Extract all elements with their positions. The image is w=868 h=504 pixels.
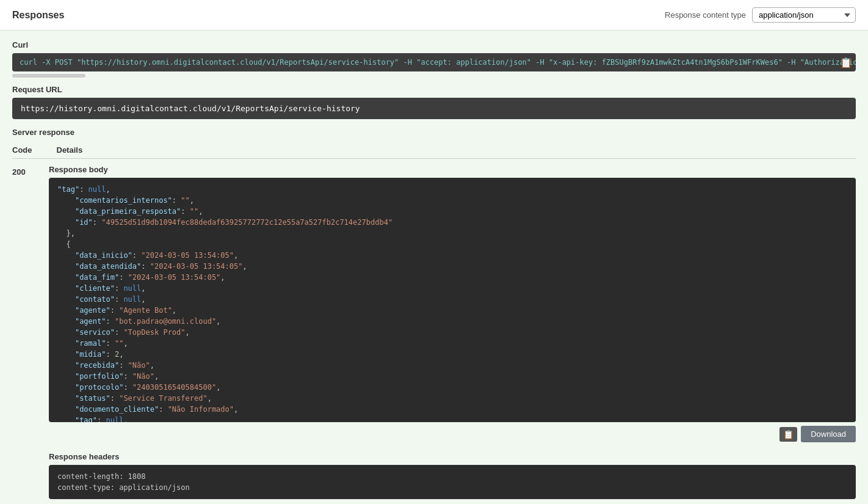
download-button[interactable]: Download	[801, 426, 856, 442]
main-content: Curl curl -X POST "https://history.omni.…	[0, 31, 868, 504]
request-url-label: Request URL	[12, 85, 856, 94]
page-header: Responses Response content type applicat…	[0, 0, 868, 31]
response-content-type-select[interactable]: application/json text/plain application/…	[752, 7, 856, 23]
curl-section-label: Curl	[12, 40, 856, 49]
server-response-label: Server response	[12, 128, 856, 137]
response-body-content: "tag": null, "comentarios_internos": "",…	[57, 184, 847, 422]
response-headers-box: content-length: 1808 content-type: appli…	[49, 465, 856, 499]
response-headers-label: Response headers	[49, 452, 856, 461]
response-body-label: Response body	[49, 165, 856, 174]
code-header: Code	[12, 145, 32, 155]
response-body-section: Response body "tag": null, "comentarios_…	[49, 165, 856, 499]
response-code: 200	[12, 165, 37, 177]
curl-copy-icon[interactable]: 📋	[840, 57, 852, 68]
copy-response-button[interactable]: 📋	[779, 427, 797, 442]
curl-block: curl -X POST "https://history.omni.digit…	[12, 53, 856, 71]
response-body-box[interactable]: "tag": null, "comentarios_internos": "",…	[49, 178, 856, 422]
curl-scrollbar[interactable]	[12, 74, 85, 78]
response-headers-content: content-length: 1808 content-type: appli…	[57, 471, 847, 493]
code-details-header: Code Details	[12, 142, 856, 159]
page-title: Responses	[12, 10, 64, 21]
details-header: Details	[57, 145, 83, 155]
curl-command: curl -X POST "https://history.omni.digit…	[20, 58, 856, 67]
response-content-type-container: Response content type application/json t…	[665, 7, 856, 23]
response-body-actions: 📋 Download	[49, 426, 856, 442]
request-url-section: Request URL https://history.omni.digital…	[12, 85, 856, 119]
server-response-section: Server response Code Details 200 Respons…	[12, 128, 856, 499]
response-content-type-label: Response content type	[665, 10, 746, 20]
response-headers-section: Response headers content-length: 1808 co…	[49, 452, 856, 499]
request-url-box: https://history.omni.digitalcontact.clou…	[12, 98, 856, 119]
response-200-row: 200 Response body "tag": null, "comentar…	[12, 159, 856, 499]
